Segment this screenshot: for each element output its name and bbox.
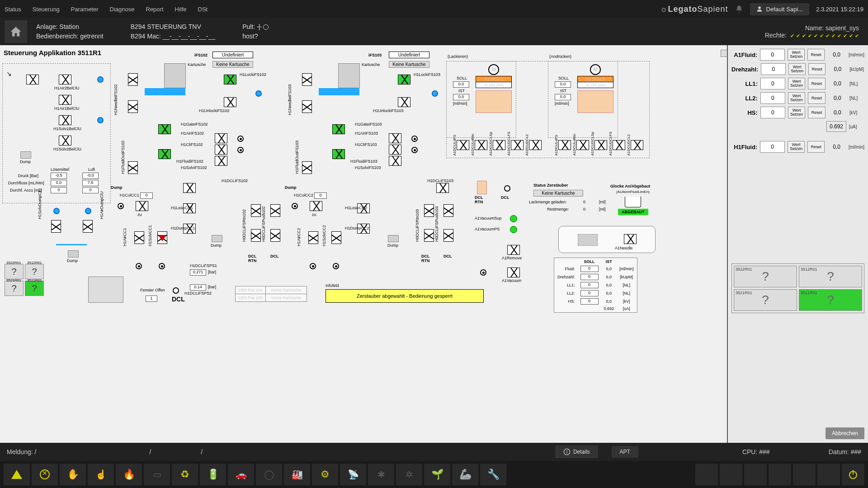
valve-a1dcudcl2-1[interactable]: [529, 140, 542, 150]
drehzahl-reset-button[interactable]: Reset: [808, 63, 826, 75]
menu-diagnose[interactable]: Diagnose: [110, 6, 135, 13]
equipment-pictogram[interactable]: [88, 277, 123, 303]
valve-fs102-mid[interactable]: [128, 100, 138, 113]
drehzahl-input[interactable]: [761, 63, 786, 75]
valve-h1solv1bel[interactable]: [59, 115, 71, 125]
valve-h1aircc2[interactable]: [308, 231, 318, 244]
hs-set-button[interactable]: Wert Setzen: [788, 107, 805, 118]
home-button[interactable]: [5, 20, 27, 43]
dcu2-panel[interactable]: A1 DCU 2 -0.325 [bar]: [577, 76, 613, 88]
a1fluid-set-button[interactable]: Wert Setzen: [788, 49, 805, 61]
valve-a1dculdrtn-2[interactable]: [576, 140, 589, 150]
valve-a1vacuum[interactable]: [507, 267, 520, 277]
robot-3511-btn[interactable]: ?: [25, 281, 44, 296]
valve-h1unlockfs102[interactable]: [224, 97, 236, 107]
valve-h1air1bel[interactable]: [59, 95, 71, 105]
valve-h1needfs102[interactable]: [128, 73, 138, 86]
blank-slot-4[interactable]: [769, 464, 791, 485]
station-3521r01[interactable]: 3521R01?: [734, 289, 797, 311]
valve-h1dclfs102[interactable]: [183, 183, 196, 193]
valve-h1gatefs102[interactable]: [158, 124, 171, 134]
robot-arm-button[interactable]: 🦾: [452, 464, 478, 485]
valve-h1solvfs102[interactable]: [215, 156, 227, 166]
valve-h1solv2bel[interactable]: [59, 136, 71, 145]
camera-button[interactable]: ▭: [144, 464, 170, 485]
valve-a1dcudclsp-1[interactable]: [493, 140, 505, 150]
valve-h1solvfs103[interactable]: [389, 156, 401, 166]
menu-status[interactable]: Status: [5, 6, 21, 13]
blank-slot-6[interactable]: [817, 464, 840, 485]
details-button[interactable]: Details: [555, 446, 598, 458]
ll2-reset-button[interactable]: Reset: [808, 92, 825, 104]
drehzahl-set-button[interactable]: Wert Setzen: [788, 63, 806, 75]
valve-h1airfs103[interactable]: [389, 133, 401, 143]
valve-h1fluidfs102[interactable]: [158, 149, 171, 159]
valve-h1solvcc2[interactable]: [331, 231, 341, 244]
valve-h1solvdump[interactable]: [51, 220, 61, 233]
sprout-button[interactable]: 🌱: [424, 464, 450, 485]
battery-button[interactable]: 🔋: [200, 464, 226, 485]
ll2-input[interactable]: [760, 92, 785, 104]
valve-a1dcudclfs-2[interactable]: [613, 140, 625, 150]
menu-dst[interactable]: DSt: [198, 6, 208, 13]
fire-button[interactable]: 🔥: [116, 464, 142, 485]
valve-spray[interactable]: [26, 75, 39, 84]
fan-out-button[interactable]: ✱: [368, 464, 394, 485]
valve-h1fluidout103[interactable]: [302, 161, 312, 174]
valve-h0dclfspush103-b[interactable]: [443, 229, 453, 242]
valve-h1airdump[interactable]: [83, 220, 93, 233]
h1fluid-input[interactable]: [760, 141, 785, 153]
valve-h1aircc1[interactable]: [134, 231, 144, 244]
valve-a1dcudclfs-1[interactable]: [511, 140, 524, 150]
antenna-button[interactable]: 📡: [340, 464, 366, 485]
menu-report[interactable]: Report: [146, 6, 164, 13]
valve-h1air2bel[interactable]: [59, 75, 71, 84]
hs-input[interactable]: [760, 107, 785, 118]
valve-a1needle[interactable]: [624, 234, 637, 244]
valve-h0dclfsrtn102-a[interactable]: [251, 204, 261, 217]
warning-button[interactable]: [4, 464, 30, 485]
station-3511r01[interactable]: 3511R01?: [799, 289, 862, 311]
valve-a1dculdfs-2[interactable]: [558, 140, 571, 150]
valve-fs103-mid[interactable]: [302, 100, 312, 113]
robot-3522-btn[interactable]: ?: [5, 264, 24, 279]
dcu1-panel[interactable]: A1 DCU 1 -0.224 [bar]: [476, 76, 512, 88]
ll2-set-button[interactable]: Wert Setzen: [788, 92, 805, 104]
ll1-input[interactable]: [760, 78, 785, 89]
station-3522r01[interactable]: 3522R01?: [734, 266, 797, 287]
valve-a1dcudclsp-2[interactable]: [594, 140, 607, 150]
valve-h1needfs103[interactable]: [302, 73, 312, 86]
station-3512r01[interactable]: 3512R01?: [799, 266, 862, 287]
valve-h0dclfspush103-a[interactable]: [443, 204, 453, 217]
valve-h1colcc2[interactable]: [310, 201, 322, 211]
recycle-button[interactable]: ♻: [172, 464, 198, 485]
valve-h1gatefs103[interactable]: [332, 124, 345, 134]
hs-reset-button[interactable]: Reset: [808, 107, 825, 118]
valve-h0dclfsrtn102-b[interactable]: [251, 229, 261, 242]
a1fluid-reset-button[interactable]: Reset: [807, 49, 825, 61]
valve-h1clfs103[interactable]: [389, 145, 401, 155]
valve-h0dclfspush102-a[interactable]: [270, 204, 280, 217]
valve-a1dculdrtn-1[interactable]: [475, 140, 487, 150]
factory-button[interactable]: 🏭: [284, 464, 310, 485]
a1fluid-input[interactable]: [760, 49, 785, 61]
gears-button[interactable]: ⚙: [312, 464, 338, 485]
menu-hilfe[interactable]: Hilfe: [175, 6, 187, 13]
ll1-reset-button[interactable]: Reset: [808, 78, 825, 89]
valve-h1fluidout102[interactable]: [128, 161, 138, 174]
robot-3512-btn[interactable]: ?: [25, 264, 44, 279]
fan-in-button[interactable]: ✲: [396, 464, 422, 485]
h1fluid-reset-button[interactable]: Reset: [807, 141, 825, 153]
hand-button[interactable]: ✋: [60, 464, 86, 485]
ll1-set-button[interactable]: Wert Setzen: [788, 78, 805, 89]
minimize-button[interactable]: [721, 50, 728, 57]
power-button[interactable]: [842, 464, 864, 485]
menu-steuerung[interactable]: Steuerung: [33, 6, 60, 13]
valve-h0dclfspush102-b[interactable]: [270, 229, 280, 242]
pointer-button[interactable]: ☝: [88, 464, 114, 485]
valve-h1dclfs103[interactable]: [436, 183, 449, 193]
valve-h1lockfs102[interactable]: [224, 75, 236, 84]
cancel-button[interactable]: Abbrechen: [826, 427, 864, 439]
blank-slot-1[interactable]: [695, 464, 718, 485]
valve-a1dculdfs-1[interactable]: [457, 140, 469, 150]
